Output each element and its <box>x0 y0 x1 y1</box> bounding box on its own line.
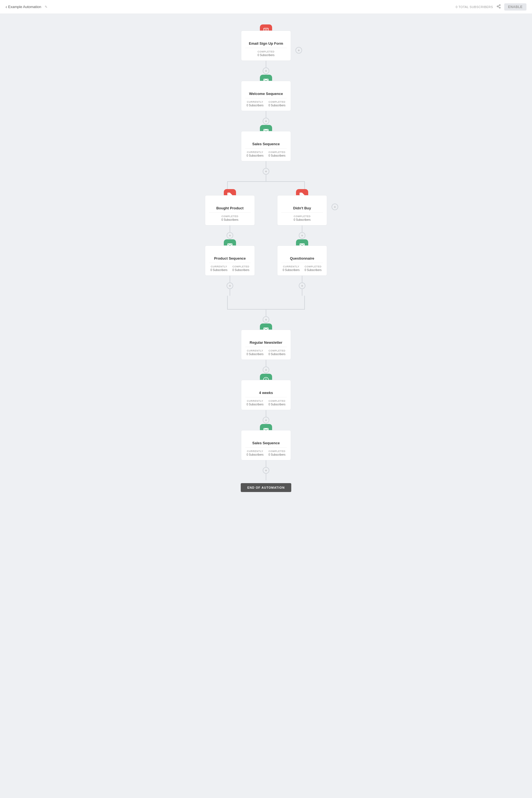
email-signup-card[interactable]: Email Sign Up Form COMPLETED 0 Subscribe… <box>241 31 291 61</box>
regular-newsletter-stats: CURRENTLY 0 Subscribers COMPLETED 0 Subs… <box>245 347 287 356</box>
connector-product-seq-bottom: + <box>227 276 233 296</box>
line-s2-2 <box>266 474 266 480</box>
sales-sequence-2-card[interactable]: Sales Sequence CURRENTLY 0 Subscribers C… <box>241 430 291 460</box>
didnt-buy-completed: COMPLETED 0 Subscribers <box>281 215 323 221</box>
didnt-buy-stats: COMPLETED 0 Subscribers <box>281 212 323 221</box>
svg-point-0 <box>499 4 500 5</box>
svg-line-4 <box>498 5 499 6</box>
email-signup-completed: COMPLETED 0 Subscribers <box>245 50 287 57</box>
bought-product-branch: Bought Product COMPLETED 0 Subscribers + <box>205 195 255 296</box>
line-bought-1 <box>230 226 230 232</box>
product-sequence-card[interactable]: Product Sequence CURRENTLY 0 Subscribers… <box>205 245 255 276</box>
line-merge-1 <box>266 309 266 316</box>
svg-point-1 <box>497 6 498 7</box>
bought-product-name: Bought Product <box>209 206 251 210</box>
product-seq-currently: CURRENTLY 0 Subscribers <box>210 265 227 271</box>
line-1 <box>266 61 266 68</box>
sales-sequence-card[interactable]: Sales Sequence CURRENTLY 0 Subscribers C… <box>241 131 291 161</box>
add-btn-weeks[interactable]: + <box>263 417 269 423</box>
product-sequence-name: Product Sequence <box>209 256 251 261</box>
didnt-buy-card[interactable]: Didn't Buy COMPLETED 0 Subscribers <box>277 195 327 226</box>
email-signup-stats: COMPLETED 0 Subscribers <box>245 48 287 57</box>
sales2-completed: COMPLETED 0 Subscribers <box>268 450 285 456</box>
questionnaire-stats: CURRENTLY 0 Subscribers COMPLETED 0 Subs… <box>281 263 323 271</box>
back-arrow-icon: ‹ <box>5 4 7 10</box>
sales-currently: CURRENTLY 0 Subscribers <box>247 151 264 157</box>
sales-sequence-node[interactable]: Sales Sequence CURRENTLY 0 Subscribers C… <box>241 131 291 161</box>
add-btn-3[interactable]: + <box>263 168 269 175</box>
newsletter-completed: COMPLETED 0 Subscribers <box>268 349 285 356</box>
weeks-completed: COMPLETED 0 Subscribers <box>268 400 285 406</box>
header: ‹ Example Automation ✎ 0 TOTAL SUBSCRIBE… <box>0 0 532 14</box>
product-seq-completed: COMPLETED 0 Subscribers <box>232 265 249 271</box>
line-nl-1 <box>266 360 266 366</box>
questionnaire-completed: COMPLETED 0 Subscribers <box>305 265 322 271</box>
sales-sequence-2-stats: CURRENTLY 0 Subscribers COMPLETED 0 Subs… <box>245 447 287 456</box>
connector-questionnaire-bottom: + <box>299 276 305 296</box>
end-automation-button[interactable]: END OF AUTOMATION <box>241 483 291 492</box>
enable-button[interactable]: ENABLE <box>504 3 527 11</box>
canvas: Email Sign Up Form COMPLETED 0 Subscribe… <box>0 0 532 514</box>
add-btn-2[interactable]: + <box>263 118 269 125</box>
add-btn-didnt[interactable]: + <box>299 232 305 239</box>
total-subscribers-label: 0 TOTAL SUBSCRIBERS <box>456 5 493 8</box>
add-btn-questionnaire[interactable]: + <box>299 282 305 289</box>
four-weeks-node[interactable]: 4 weeks CURRENTLY 0 Subscribers COMPLETE… <box>241 380 291 410</box>
bought-product-stats: COMPLETED 0 Subscribers <box>209 212 251 221</box>
bought-product-node[interactable]: Bought Product COMPLETED 0 Subscribers <box>205 195 255 226</box>
welcome-currently: CURRENTLY 0 Subscribers <box>247 100 264 107</box>
line-s2-1 <box>266 460 266 467</box>
edit-icon[interactable]: ✎ <box>45 5 48 9</box>
email-signup-node[interactable]: Email Sign Up Form COMPLETED 0 Subscribe… <box>241 31 291 61</box>
add-btn-product-seq[interactable]: + <box>227 282 233 289</box>
add-btn-bought[interactable]: + <box>227 232 233 239</box>
line-6 <box>266 175 266 181</box>
add-btn-sales2[interactable]: + <box>263 467 269 474</box>
line-prod-2 <box>230 289 230 296</box>
four-weeks-stats: CURRENTLY 0 Subscribers COMPLETED 0 Subs… <box>245 397 287 406</box>
questionnaire-card[interactable]: Questionnaire CURRENTLY 0 Subscribers CO… <box>277 245 327 276</box>
welcome-sequence-card[interactable]: Welcome Sequence CURRENTLY 0 Subscribers… <box>241 81 291 111</box>
questionnaire-node[interactable]: Questionnaire CURRENTLY 0 Subscribers CO… <box>277 245 327 276</box>
product-sequence-stats: CURRENTLY 0 Subscribers COMPLETED 0 Subs… <box>209 263 251 271</box>
four-weeks-card[interactable]: 4 weeks CURRENTLY 0 Subscribers COMPLETE… <box>241 380 291 410</box>
sales-sequence-stats: CURRENTLY 0 Subscribers COMPLETED 0 Subs… <box>245 148 287 157</box>
product-sequence-node[interactable]: Product Sequence CURRENTLY 0 Subscribers… <box>205 245 255 276</box>
sales-completed: COMPLETED 0 Subscribers <box>268 151 285 157</box>
svg-line-3 <box>498 7 499 7</box>
add-btn-1[interactable]: + <box>263 68 269 74</box>
welcome-sequence-name: Welcome Sequence <box>245 92 287 96</box>
svg-point-2 <box>499 7 500 8</box>
back-button[interactable]: ‹ Example Automation <box>5 4 41 10</box>
regular-newsletter-node[interactable]: Regular Newsletter CURRENTLY 0 Subscribe… <box>241 329 291 360</box>
add-btn-merge[interactable]: + <box>263 316 269 323</box>
automation-title: Example Automation <box>8 5 41 9</box>
sales2-currently: CURRENTLY 0 Subscribers <box>247 450 264 456</box>
add-right-email-signup[interactable]: + <box>296 47 302 54</box>
header-left: ‹ Example Automation ✎ <box>5 4 48 10</box>
email-signup-name: Email Sign Up Form <box>245 41 287 45</box>
regular-newsletter-card[interactable]: Regular Newsletter CURRENTLY 0 Subscribe… <box>241 329 291 360</box>
line-quest-1 <box>302 276 302 282</box>
bought-product-card[interactable]: Bought Product COMPLETED 0 Subscribers <box>205 195 255 226</box>
share-button[interactable] <box>496 4 501 10</box>
didnt-buy-node[interactable]: Didn't Buy COMPLETED 0 Subscribers <box>277 195 327 226</box>
sales-sequence-2-node[interactable]: Sales Sequence CURRENTLY 0 Subscribers C… <box>241 430 291 460</box>
regular-newsletter-name: Regular Newsletter <box>245 340 287 345</box>
add-btn-branch-right[interactable]: + <box>331 204 338 210</box>
welcome-sequence-node[interactable]: Welcome Sequence CURRENTLY 0 Subscribers… <box>241 81 291 111</box>
sales-sequence-2-name: Sales Sequence <box>245 441 287 445</box>
sales-sequence-name: Sales Sequence <box>245 142 287 146</box>
connector-3: + <box>263 161 269 181</box>
newsletter-currently: CURRENTLY 0 Subscribers <box>247 349 264 356</box>
weeks-currently: CURRENTLY 0 Subscribers <box>247 400 264 406</box>
line-quest-2 <box>302 289 302 296</box>
welcome-completed: COMPLETED 0 Subscribers <box>268 100 285 107</box>
header-right: 0 TOTAL SUBSCRIBERS ENABLE <box>456 3 527 11</box>
welcome-sequence-stats: CURRENTLY 0 Subscribers COMPLETED 0 Subs… <box>245 98 287 107</box>
add-btn-newsletter[interactable]: + <box>263 366 269 373</box>
line-prod-1 <box>230 276 230 282</box>
line-w-1 <box>266 410 266 417</box>
four-weeks-name: 4 weeks <box>245 391 287 395</box>
line-5 <box>266 161 266 168</box>
